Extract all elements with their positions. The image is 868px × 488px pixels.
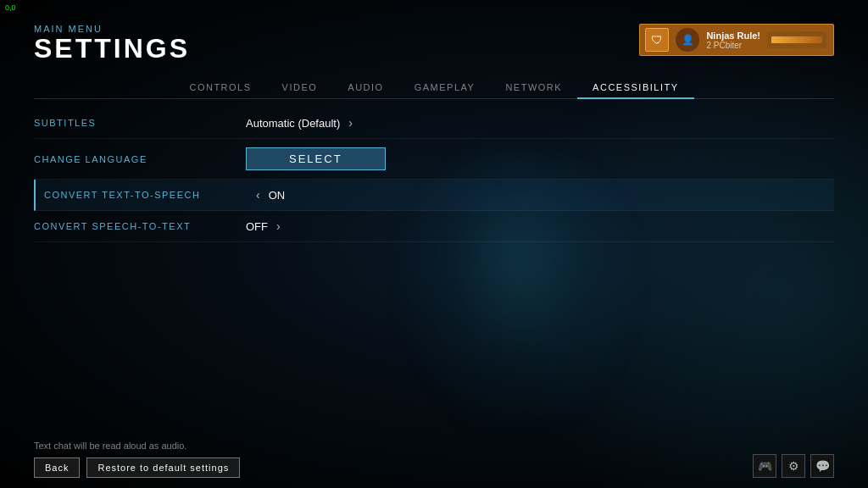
gear-icon: ⚙ (788, 459, 799, 473)
tab-network[interactable]: NETWORK (490, 77, 577, 99)
subtitles-chevron-right[interactable]: › (348, 116, 353, 130)
setting-row-subtitles: SUBTITLES Automatic (Default) › (34, 108, 834, 139)
language-label: CHANGE LANGUAGE (34, 154, 246, 164)
tab-controls[interactable]: CONTROLS (174, 77, 266, 99)
stt-value-text: OFF (246, 220, 268, 233)
subtitles-value: Automatic (Default) › (246, 116, 353, 130)
tts-value: ‹ ON (256, 188, 285, 202)
restore-button[interactable]: Restore to default settings (86, 458, 240, 478)
tts-value-text: ON (269, 189, 286, 202)
user-subtitle: 2 PCbiter (706, 41, 760, 50)
rank-symbol: 🛡 (651, 33, 663, 47)
header: MAIN MENU SETTINGS 🛡 👤 Ninjas Rule! 2 PC… (34, 24, 834, 64)
nav-tabs: CONTROLS VIDEO AUDIO GAMEPLAY NETWORK AC… (34, 77, 834, 99)
subtitles-value-text: Automatic (Default) (246, 117, 340, 130)
steam-icon: 🎮 (758, 459, 772, 473)
bottom-bar: Text chat will be read aloud as audio. B… (0, 434, 868, 488)
user-avatar: 👤 (676, 28, 699, 52)
tab-video[interactable]: VIDEO (267, 77, 333, 99)
rank-icon: 🛡 (645, 28, 669, 52)
back-button[interactable]: Back (34, 458, 80, 478)
tab-gameplay[interactable]: GAMEPLAY (399, 77, 491, 99)
main-content: MAIN MENU SETTINGS 🛡 👤 Ninjas Rule! 2 PC… (0, 0, 868, 242)
setting-row-tts: CONVERT TEXT-TO-SPEECH ‹ ON (34, 180, 834, 211)
page-title: SETTINGS (34, 34, 190, 64)
setting-row-stt: CONVERT SPEECH-TO-TEXT OFF › (34, 211, 834, 242)
setting-row-language: CHANGE LANGUAGE Select (34, 139, 834, 180)
user-weapon (767, 31, 826, 48)
chat-icon: 💬 (815, 459, 830, 473)
chat-icon-button[interactable]: 💬 (810, 454, 834, 478)
tts-label: CONVERT TEXT-TO-SPEECH (44, 190, 256, 200)
user-profile: 🛡 👤 Ninjas Rule! 2 PCbiter (639, 24, 834, 56)
stt-label: CONVERT SPEECH-TO-TEXT (34, 221, 246, 231)
stt-value: OFF › (246, 219, 281, 233)
user-info: Ninjas Rule! 2 PCbiter (706, 30, 760, 50)
title-block: MAIN MENU SETTINGS (34, 24, 190, 64)
weapon-bar (771, 36, 822, 43)
language-select-button[interactable]: Select (246, 147, 386, 170)
user-name: Ninjas Rule! (706, 30, 760, 41)
settings-panel: SUBTITLES Automatic (Default) › CHANGE L… (34, 99, 834, 242)
language-value: Select (246, 147, 386, 170)
tab-audio[interactable]: AUDIO (332, 77, 398, 99)
stt-chevron-right[interactable]: › (276, 219, 281, 233)
hint-text: Text chat will be read aloud as audio. (34, 441, 240, 451)
avatar-icon: 👤 (682, 34, 694, 46)
corner-marker: 0,0 (5, 3, 16, 12)
bottom-buttons: Back Restore to default settings (34, 458, 240, 478)
subtitles-label: SUBTITLES (34, 118, 246, 128)
bottom-icons: 🎮 ⚙ 💬 (753, 454, 834, 478)
steam-icon-button[interactable]: 🎮 (753, 454, 776, 478)
settings-icon-button[interactable]: ⚙ (782, 454, 805, 478)
tts-chevron-left[interactable]: ‹ (256, 188, 260, 202)
bottom-left: Text chat will be read aloud as audio. B… (34, 441, 240, 478)
tab-accessibility[interactable]: ACCESSIBILITY (577, 77, 693, 99)
